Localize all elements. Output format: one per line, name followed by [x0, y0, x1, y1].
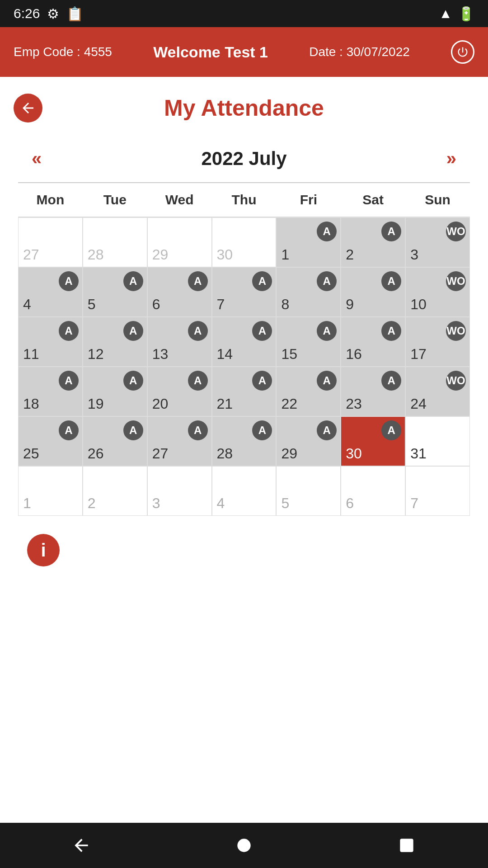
calendar-cell[interactable]: 6	[341, 466, 405, 516]
calendar-cell[interactable]: A11	[18, 317, 83, 367]
settings-icon: ⚙	[47, 6, 59, 22]
calendar-cell[interactable]: 4	[212, 466, 277, 516]
attendance-badge: A	[59, 371, 79, 391]
calendar-cell[interactable]: A29	[276, 416, 341, 466]
attendance-badge: A	[123, 271, 143, 291]
calendar-cell[interactable]: A27	[147, 416, 212, 466]
day-number: 27	[23, 246, 39, 263]
calendar-cell[interactable]: 2	[83, 466, 147, 516]
calendar-cell[interactable]: A21	[212, 367, 277, 416]
day-number: 4	[217, 495, 225, 512]
day-number: 5	[281, 495, 289, 512]
day-number: 17	[410, 346, 427, 363]
calendar-cell[interactable]: WO24	[405, 367, 470, 416]
recent-nav-button[interactable]	[394, 833, 419, 858]
prev-month-button[interactable]: «	[23, 144, 51, 173]
calendar-cell[interactable]: A12	[83, 317, 147, 367]
back-nav-button[interactable]	[69, 833, 94, 858]
day-number: 2	[88, 495, 96, 512]
back-button[interactable]	[14, 94, 42, 123]
calendar-cell[interactable]: 7	[405, 466, 470, 516]
calendar-cell[interactable]: A16	[341, 317, 405, 367]
calendar-cell[interactable]: 29	[147, 217, 212, 267]
calendar-cell[interactable]: A6	[147, 267, 212, 317]
calendar-cell[interactable]: A4	[18, 267, 83, 317]
day-number: 28	[88, 246, 104, 263]
calendar-cell[interactable]: 1	[18, 466, 83, 516]
calendar-cell[interactable]: A25	[18, 416, 83, 466]
page-title: My Attendance	[14, 95, 474, 121]
calendar-day-headers: MonTueWedThuFriSatSun	[18, 183, 470, 217]
calendar-cell[interactable]: WO17	[405, 317, 470, 367]
calendar-cell[interactable]: A26	[83, 416, 147, 466]
calendar-cell[interactable]: A23	[341, 367, 405, 416]
calendar-cell[interactable]: 3	[147, 466, 212, 516]
day-number: 13	[152, 346, 169, 363]
home-nav-button[interactable]	[231, 833, 257, 858]
calendar-month-year: 2022 July	[201, 148, 286, 170]
day-number: 18	[23, 396, 39, 412]
calendar-cell[interactable]: 27	[18, 217, 83, 267]
calendar-cell[interactable]: WO10	[405, 267, 470, 317]
svg-point-0	[237, 839, 250, 852]
header-title: Welcome Test 1	[153, 43, 268, 61]
day-number: 7	[217, 296, 225, 313]
page-header: My Attendance	[14, 95, 474, 121]
clipboard-icon: 📋	[66, 6, 83, 22]
day-number: 26	[88, 445, 104, 462]
calendar-cell[interactable]: 28	[83, 217, 147, 267]
calendar-cell[interactable]: A5	[83, 267, 147, 317]
calendar-cell[interactable]: 31	[405, 416, 470, 466]
calendar-cell[interactable]: A9	[341, 267, 405, 317]
calendar-cell[interactable]: WO3	[405, 217, 470, 267]
day-number: 24	[410, 396, 427, 412]
svg-rect-1	[400, 839, 413, 852]
attendance-badge: A	[59, 271, 79, 291]
day-header-mon: Mon	[18, 183, 83, 217]
attendance-badge: A	[123, 420, 143, 440]
status-bar: 6:26 ⚙ 📋 ▲ 🔋	[0, 0, 488, 27]
calendar-cell[interactable]: A14	[212, 317, 277, 367]
calendar-cell[interactable]: A20	[147, 367, 212, 416]
day-number: 1	[23, 495, 31, 512]
day-header-sun: Sun	[405, 183, 470, 217]
day-number: 30	[346, 445, 362, 462]
power-button[interactable]	[451, 40, 474, 64]
day-number: 21	[217, 396, 233, 412]
attendance-badge: A	[188, 420, 208, 440]
info-button[interactable]: i	[27, 534, 60, 566]
attendance-badge: WO	[446, 321, 466, 341]
signal-icon: ▲	[439, 6, 452, 21]
day-number: 30	[217, 246, 233, 263]
calendar-cell[interactable]: A30	[341, 416, 405, 466]
day-number: 16	[346, 346, 362, 363]
day-number: 31	[410, 445, 427, 462]
calendar-cell[interactable]: A28	[212, 416, 277, 466]
next-month-button[interactable]: »	[437, 144, 465, 173]
day-header-fri: Fri	[276, 183, 341, 217]
calendar-cell[interactable]: A15	[276, 317, 341, 367]
calendar-cell[interactable]: 5	[276, 466, 341, 516]
battery-icon: 🔋	[458, 6, 474, 22]
calendar-cell[interactable]: A22	[276, 367, 341, 416]
calendar-cell[interactable]: A8	[276, 267, 341, 317]
calendar-cell[interactable]: A1	[276, 217, 341, 267]
day-number: 11	[23, 346, 39, 363]
calendar-cell[interactable]: A13	[147, 317, 212, 367]
app-header: Emp Code : 4555 Welcome Test 1 Date : 30…	[0, 27, 488, 77]
attendance-badge: A	[188, 271, 208, 291]
calendar-cell[interactable]: 30	[212, 217, 277, 267]
calendar-cell[interactable]: A18	[18, 367, 83, 416]
attendance-badge: A	[381, 222, 401, 241]
calendar-cell[interactable]: A19	[83, 367, 147, 416]
attendance-badge: A	[381, 371, 401, 391]
day-number: 12	[88, 346, 104, 363]
day-number: 22	[281, 396, 297, 412]
day-number: 23	[346, 396, 362, 412]
day-number: 20	[152, 396, 169, 412]
day-number: 29	[281, 445, 297, 462]
calendar-cell[interactable]: A2	[341, 217, 405, 267]
day-number: 15	[281, 346, 297, 363]
calendar-cell[interactable]: A7	[212, 267, 277, 317]
day-header-wed: Wed	[147, 183, 212, 217]
